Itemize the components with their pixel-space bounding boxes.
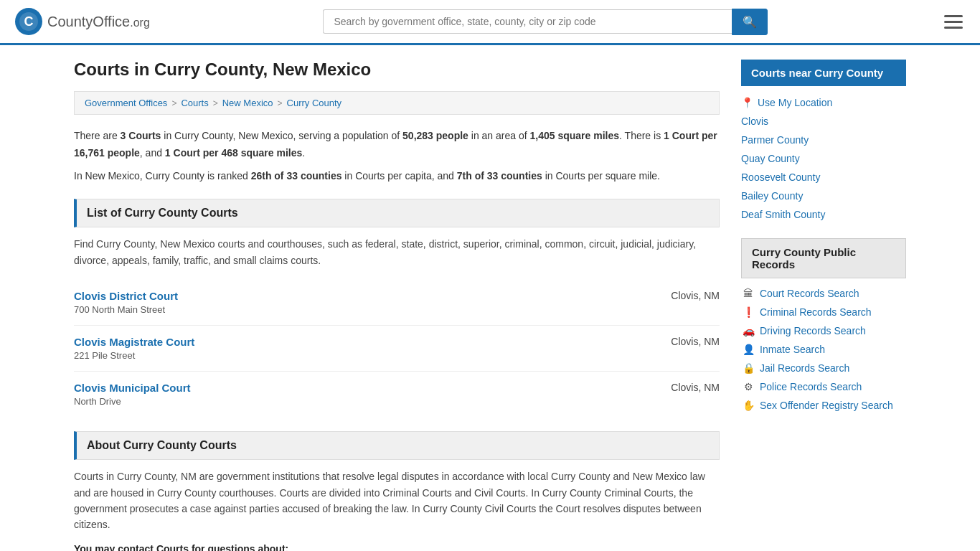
- inmate-search-link[interactable]: Inmate Search: [760, 344, 825, 355]
- bc-sep-3: >: [278, 98, 283, 108]
- court-address-0: 700 North Main Street: [74, 304, 178, 315]
- record-item-2: 🚗 Driving Records Search: [741, 321, 906, 340]
- sidebar-location-item: 📍 Use My Location: [741, 93, 906, 112]
- nearby-link-2[interactable]: Quay County: [741, 153, 800, 164]
- court-row-0: Clovis District Court 700 North Main Str…: [74, 290, 720, 315]
- driving-records-link[interactable]: Driving Records Search: [760, 325, 866, 336]
- court-row-1: Clovis Magistrate Court 221 Pile Street …: [74, 336, 720, 361]
- sidebar-nearby-5: Deaf Smith County: [741, 205, 906, 224]
- court-name-2[interactable]: Clovis Municipal Court: [74, 382, 191, 394]
- logo-ext: .org: [130, 17, 150, 29]
- court-entry-2: Clovis Municipal Court North Drive Clovi…: [74, 372, 720, 417]
- records-link-list: 🏛 Court Records Search ❗ Criminal Record…: [741, 284, 906, 415]
- court-left-0: Clovis District Court 700 North Main Str…: [74, 290, 178, 315]
- courts-near-title: Courts near Curry County: [741, 60, 906, 86]
- criminal-records-icon: ❗: [743, 306, 754, 318]
- logo-text: CountyOffice.org: [47, 14, 150, 30]
- breadcrumb-courts[interactable]: Courts: [181, 98, 208, 108]
- nearby-link-1[interactable]: Parmer County: [741, 134, 809, 146]
- list-section-desc: Find Curry County, New Mexico courts and…: [74, 236, 720, 268]
- sidebar-nearby-0: Clovis: [741, 112, 906, 131]
- court-city-2: Clovis, NM: [671, 382, 720, 393]
- record-item-1: ❗ Criminal Records Search: [741, 303, 906, 321]
- svg-text:C: C: [24, 14, 34, 29]
- criminal-records-link[interactable]: Criminal Records Search: [760, 306, 872, 318]
- sidebar-nearby-4: Bailey County: [741, 187, 906, 205]
- sidebar: Courts near Curry County 📍 Use My Locati…: [741, 60, 906, 551]
- main-wrapper: Courts in Curry County, New Mexico Gover…: [60, 45, 920, 551]
- sex-offender-icon: ✋: [743, 400, 754, 411]
- court-records-icon: 🏛: [743, 288, 754, 299]
- breadcrumb-new-mexico[interactable]: New Mexico: [222, 98, 273, 108]
- search-input[interactable]: [323, 9, 732, 34]
- nearby-link-4[interactable]: Bailey County: [741, 190, 803, 202]
- menu-bar-2: [944, 21, 963, 23]
- sidebar-nearby-2: Quay County: [741, 149, 906, 168]
- site-header: C CountyOffice.org 🔍: [0, 0, 980, 45]
- list-section-header: List of Curry County Courts: [74, 199, 720, 227]
- court-name-1[interactable]: Clovis Magistrate Court: [74, 336, 194, 348]
- record-item-6: ✋ Sex Offender Registry Search: [741, 396, 906, 415]
- record-item-0: 🏛 Court Records Search: [741, 284, 906, 303]
- court-left-1: Clovis Magistrate Court 221 Pile Street: [74, 336, 194, 361]
- bc-sep-2: >: [213, 98, 218, 108]
- use-my-location-link[interactable]: Use My Location: [758, 97, 832, 108]
- breadcrumb-gov-offices[interactable]: Government Offices: [85, 98, 167, 108]
- contact-title: You may contact Courts for questions abo…: [74, 543, 720, 551]
- courts-list: Clovis District Court 700 North Main Str…: [74, 280, 720, 417]
- breadcrumb-curry-county[interactable]: Curry County: [287, 98, 342, 108]
- jail-records-link[interactable]: Jail Records Search: [760, 362, 849, 374]
- record-item-4: 🔒 Jail Records Search: [741, 359, 906, 377]
- sidebar-nearby-3: Roosevelt County: [741, 168, 906, 187]
- court-address-1: 221 Pile Street: [74, 350, 194, 361]
- nearby-link-3[interactable]: Roosevelt County: [741, 171, 821, 183]
- court-name-0[interactable]: Clovis District Court: [74, 290, 178, 302]
- court-address-2: North Drive: [74, 396, 191, 407]
- police-records-icon: ⚙: [743, 381, 754, 392]
- search-area: 🔍: [323, 9, 768, 35]
- court-city-0: Clovis, NM: [671, 290, 720, 301]
- sidebar-nearby-1: Parmer County: [741, 131, 906, 149]
- court-records-link[interactable]: Court Records Search: [760, 288, 859, 299]
- content-area: Courts in Curry County, New Mexico Gover…: [74, 60, 720, 551]
- location-pin-icon: 📍: [741, 97, 753, 108]
- driving-records-icon: 🚗: [743, 325, 754, 336]
- logo-icon: C: [14, 7, 43, 36]
- nearby-link-5[interactable]: Deaf Smith County: [741, 209, 826, 220]
- inmate-search-icon: 👤: [743, 344, 754, 355]
- sex-offender-link[interactable]: Sex Offender Registry Search: [760, 400, 893, 411]
- stats-block: There are 3 Courts in Curry County, New …: [74, 128, 720, 184]
- hamburger-menu-button[interactable]: [941, 12, 966, 32]
- menu-bar-1: [944, 15, 963, 17]
- jail-records-icon: 🔒: [743, 362, 754, 374]
- about-desc: Courts in Curry County, NM are governmen…: [74, 468, 720, 533]
- logo-area: C CountyOffice.org: [14, 7, 150, 36]
- record-item-3: 👤 Inmate Search: [741, 340, 906, 359]
- record-item-5: ⚙ Police Records Search: [741, 377, 906, 396]
- court-entry-0: Clovis District Court 700 North Main Str…: [74, 280, 720, 326]
- bc-sep-1: >: [171, 98, 176, 108]
- breadcrumb: Government Offices > Courts > New Mexico…: [74, 91, 720, 115]
- about-section-header: About Curry County Courts: [74, 431, 720, 460]
- court-city-1: Clovis, NM: [671, 336, 720, 347]
- menu-bar-3: [944, 27, 963, 29]
- page-title: Courts in Curry County, New Mexico: [74, 60, 720, 80]
- nearby-link-0[interactable]: Clovis: [741, 116, 768, 127]
- police-records-link[interactable]: Police Records Search: [760, 381, 862, 392]
- logo-county: CountyOffice: [47, 14, 130, 29]
- courts-near-list: 📍 Use My Location Clovis Parmer County Q…: [741, 93, 906, 224]
- court-left-2: Clovis Municipal Court North Drive: [74, 382, 191, 407]
- court-row-2: Clovis Municipal Court North Drive Clovi…: [74, 382, 720, 407]
- public-records-section: Curry County Public Records 🏛 Court Reco…: [741, 238, 906, 415]
- public-records-title: Curry County Public Records: [741, 238, 906, 278]
- search-button[interactable]: 🔍: [732, 9, 768, 35]
- court-entry-1: Clovis Magistrate Court 221 Pile Street …: [74, 326, 720, 372]
